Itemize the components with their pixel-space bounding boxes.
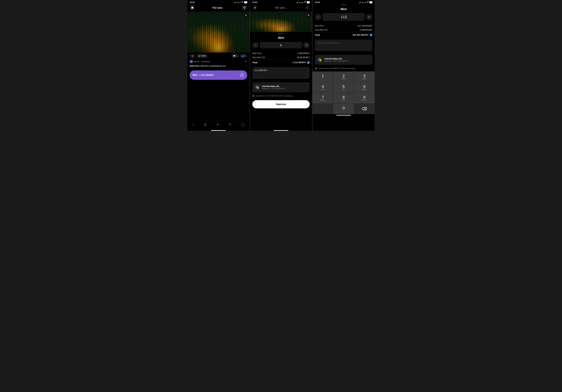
increment-button-3[interactable]: + <box>366 14 372 20</box>
art-image-1: 🔇 <box>187 12 249 53</box>
warning-text-3: Approve the use of $ENJOY before transac… <box>319 67 355 69</box>
numpad-6[interactable]: 6 MNO <box>354 82 375 93</box>
nav-search-1[interactable]: ⚲ <box>229 123 231 126</box>
mint-button-label-1: Mint · 1 111 ENJOY <box>193 74 214 76</box>
status-bar-1: 13:04 🌙 ▲▲▲ 90 <box>187 0 249 4</box>
filter-button-1[interactable] <box>242 5 247 10</box>
numpad-3[interactable]: 3 DEF <box>354 71 375 82</box>
moon-icon-3: 🌙 <box>359 1 361 3</box>
modal-drag-2 <box>278 33 284 34</box>
account-card-2[interactable]: 🎭 interfacelabs.eth Balance: 5 221 368 E… <box>252 82 310 92</box>
more-options-1[interactable]: ••• <box>245 60 247 63</box>
warning-row-2: ℹ Approve the use of $ENJOY before trans… <box>250 94 312 99</box>
header-2: For you ⌄ <box>250 4 312 12</box>
chevron-icon-1: ⌄ <box>223 7 224 9</box>
decrement-button-2[interactable]: − <box>252 42 259 48</box>
status-icons-3: 🌙 ▲▲▲ 90 <box>359 1 372 3</box>
mint-button-arrow-1: › <box>240 73 244 77</box>
nav-discover-1[interactable]: ✦ <box>217 123 219 126</box>
numpad-delete[interactable]: ⌫ <box>354 104 375 114</box>
bookmark-button-1[interactable] <box>190 5 195 10</box>
numpad-5[interactable]: 5 JKL <box>333 82 354 93</box>
total-row-3: Total 123 321 ENJOY <box>313 32 375 38</box>
comment-count-1[interactable]: 💬 4 <box>231 54 239 58</box>
zora-fee-value-2: 55,55 ENJOY <box>297 56 310 59</box>
battery-3: 90 <box>369 1 372 3</box>
numpad-3: 1 2 ABC 3 DEF 4 GHI 5 JKL <box>313 71 375 114</box>
mint-button-1[interactable]: Mint · 1 111 ENJOY › <box>190 71 247 80</box>
numpad-0[interactable]: 0 <box>333 104 354 114</box>
quantity-input-3[interactable]: 111 <box>322 13 365 21</box>
bookmark-tag-1[interactable]: 🔖 <box>190 54 195 58</box>
account-info-3: interfacelabs.eth Balance: 5 221 368 ENJ… <box>325 57 370 62</box>
nav-feed-1[interactable]: ☰ <box>204 123 207 126</box>
status-bar-3: 13:04 🌙 ▲▲▲ 90 <box>313 0 375 4</box>
mint-price-row-2: Mint Price 1 055 ENJOY <box>250 51 312 55</box>
increment-button-2[interactable]: + <box>303 42 310 48</box>
spacer-2 <box>250 111 312 129</box>
total-row-2: Total 1 111 ENJOY <box>250 59 312 65</box>
bookmark-tag-icon-1: 🔖 <box>191 55 194 57</box>
nav-home-1[interactable]: ⌂ <box>192 123 194 126</box>
quantity-row-2: − 1 + <box>250 42 312 48</box>
mint-btn-container-1: Mint · 1 111 ENJOY › <box>187 69 249 82</box>
battery-2: 90 <box>307 1 310 3</box>
header-title-2[interactable]: For you ⌄ <box>275 6 287 9</box>
total-label-2: Total <box>252 61 258 64</box>
zora-fee-row-3: Zora Mint Fee 6 166 ENJOY <box>313 28 375 32</box>
home-indicator-2 <box>274 130 288 131</box>
numpad-7[interactable]: 7 PQRS <box>313 93 333 103</box>
post-author-1: kyt.eth · yesterday <box>190 60 210 63</box>
post-desc-rest-1: collection of paintings by kyt <box>200 65 225 67</box>
warning-text-2: Approve the use of $ENJOY before transac… <box>256 95 293 97</box>
zora-fee-label-2: Zora Mint Fee <box>252 56 265 59</box>
numpad-8[interactable]: 8 TUV <box>333 93 354 103</box>
status-icons-2: 🌙 ▲▲▲ 90 <box>296 1 310 3</box>
signal-icon-2: ▲▲▲ <box>299 1 304 3</box>
account-balance-2: Balance: 5 221 368 ENJOY <box>262 87 308 90</box>
zora-tag-1[interactable]: 🔗 ZORA <box>197 54 208 58</box>
zora-fee-label-3: Zora Mint Fee <box>315 29 328 31</box>
decrement-button-3[interactable]: − <box>315 14 321 20</box>
approve-button-2[interactable]: Approve <box>252 100 310 108</box>
status-time-1: 13:04 <box>190 1 195 3</box>
quantity-input-2[interactable]: 1 <box>260 42 302 48</box>
screen-feed: 13:04 🌙 ▲▲▲ 90 <box>187 0 249 131</box>
bookmark-button-2[interactable] <box>252 5 258 10</box>
account-info-2: interfacelabs.eth Balance: 5 221 368 ENJ… <box>262 85 308 90</box>
comment-box-2[interactable]: 1111 $ENJOY <box>252 67 310 79</box>
numpad-grid-3: 1 2 ABC 3 DEF 4 GHI 5 JKL <box>313 71 375 114</box>
header-title-1[interactable]: For you ⌄ <box>212 6 224 9</box>
warning-icon-3: ℹ <box>315 67 317 70</box>
comment-box-3[interactable]: Add an optional comment... <box>315 39 372 51</box>
mint-price-value-2: 1 055 ENJOY <box>297 52 310 54</box>
header-1: For you ⌄ <box>187 4 249 12</box>
mute-button-1[interactable]: 🔇 <box>244 13 248 17</box>
warning-row-3: ℹ Approve the use of $ENJOY before trans… <box>313 67 375 71</box>
signal-icon-3: ▲▲▲ <box>361 1 366 3</box>
mint-price-label-2: Mint Price <box>252 52 261 54</box>
numpad-2[interactable]: 2 ABC <box>333 71 354 82</box>
author-name-1: kyt.eth <box>194 60 199 63</box>
numpad-9[interactable]: 9 WXYZ <box>354 93 375 103</box>
warning-icon-2: ℹ <box>252 95 255 97</box>
spacer-1 <box>187 82 249 121</box>
account-card-3[interactable]: 🎭 interfacelabs.eth Balance: 5 221 368 E… <box>315 55 372 65</box>
total-value-2: 1 111 ENJOY <box>293 61 310 64</box>
post-desc-1: quiet here collection of paintings by ky… <box>187 64 249 69</box>
art-image-inner-1 <box>187 12 249 53</box>
collect-count-1[interactable]: 👥 5 <box>240 54 247 58</box>
numpad-1[interactable]: 1 <box>313 71 333 82</box>
moon-icon-2: 🌙 <box>296 1 298 3</box>
numpad-4[interactable]: 4 GHI <box>313 82 333 93</box>
wifi-icon-3 <box>367 1 369 3</box>
post-time-1: yesterday <box>202 60 210 63</box>
action-right-1: 💬 4 👥 5 <box>231 54 247 58</box>
status-bar-2: 13:04 🌙 ▲▲▲ 90 <box>250 0 312 4</box>
modal-title-2: Mint <box>250 35 312 42</box>
nav-profile-1[interactable]: ◯ <box>241 123 245 126</box>
filter-button-2[interactable] <box>304 5 310 10</box>
globe-icon-3 <box>370 34 372 36</box>
post-desc-bold-1: quiet here <box>190 65 199 67</box>
home-indicator-3 <box>336 115 351 116</box>
